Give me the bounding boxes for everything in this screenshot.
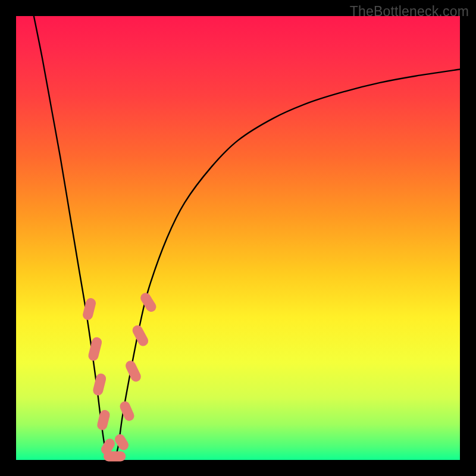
data-marker [131,324,151,348]
data-marker [139,291,158,314]
chart-frame: TheBottleneck.com [0,0,476,476]
data-marker [104,452,126,462]
chart-svg [16,16,460,460]
data-markers [82,291,158,461]
data-marker [92,372,107,396]
watermark-text: TheBottleneck.com [350,4,469,20]
data-marker [87,336,103,362]
data-marker [118,400,136,422]
data-marker [124,359,143,383]
data-marker [96,409,111,431]
plot-area [16,16,460,460]
data-marker [113,433,130,452]
